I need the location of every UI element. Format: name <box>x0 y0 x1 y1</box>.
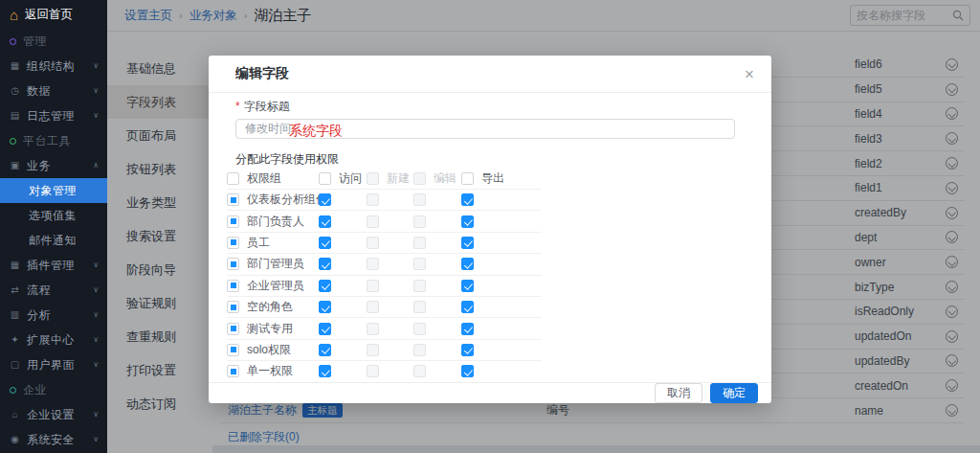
confirm-button[interactable]: 确定 <box>710 383 758 403</box>
permission-cell <box>413 237 461 249</box>
permission-checkbox[interactable] <box>367 323 379 335</box>
sidebar-item-extension-center[interactable]: 扩展中心 <box>0 328 107 352</box>
admin-icon <box>10 38 16 45</box>
permission-checkbox[interactable] <box>367 193 379 206</box>
column-checkbox[interactable] <box>227 172 239 185</box>
group-checkbox[interactable] <box>227 301 239 313</box>
sidebar-item-plugin-management[interactable]: 插件管理 <box>0 253 107 278</box>
permission-checkbox[interactable] <box>413 215 426 228</box>
permission-checkbox[interactable] <box>319 365 331 377</box>
permission-checkbox[interactable] <box>413 193 426 206</box>
chevron-down-icon <box>93 62 107 70</box>
system-security-icon <box>10 435 20 444</box>
column-checkbox[interactable] <box>367 172 379 185</box>
permission-checkbox[interactable] <box>413 323 426 335</box>
permission-cell <box>461 323 542 335</box>
permission-cell <box>367 237 413 249</box>
sidebar-item-log-management[interactable]: 日志管理 <box>0 103 107 128</box>
permission-checkbox[interactable] <box>319 258 331 270</box>
permission-checkbox[interactable] <box>319 344 331 356</box>
workflow-icon <box>10 285 20 295</box>
group-checkbox[interactable] <box>227 193 239 206</box>
permission-table: 权限组访问新建编辑导出 仪表板分析组件部门负责人员工部门管理员企业管理员空的角色… <box>227 169 542 383</box>
sidebar-item-label: 扩展中心 <box>27 332 75 349</box>
permission-cell <box>461 344 542 356</box>
sidebar-item-org-structure[interactable]: 组织结构 <box>0 54 107 79</box>
permission-checkbox[interactable] <box>461 193 474 206</box>
sidebar-item-label: 系统安全 <box>27 432 75 448</box>
chevron-up-icon <box>93 162 107 170</box>
permission-table-rows: 仪表板分析组件部门负责人员工部门管理员企业管理员空的角色测试专用solo权限单一… <box>227 190 542 383</box>
permission-group-name: solo权限 <box>247 342 291 358</box>
chevron-down-icon <box>93 336 107 344</box>
permission-checkbox[interactable] <box>367 280 379 292</box>
group-checkbox[interactable] <box>227 365 239 377</box>
permission-group-name: 企业管理员 <box>247 278 304 294</box>
sidebar-item-data[interactable]: 数据 <box>0 79 107 103</box>
permission-group-cell: 员工 <box>227 235 319 251</box>
permission-checkbox[interactable] <box>367 365 379 377</box>
close-icon[interactable] <box>745 66 754 82</box>
back-to-home[interactable]: ⌂ 返回首页 <box>0 0 107 29</box>
permission-checkbox[interactable] <box>461 237 474 249</box>
sidebar-item-enterprise-settings[interactable]: 企业设置 <box>0 402 107 427</box>
group-checkbox[interactable] <box>227 237 239 249</box>
permission-checkbox[interactable] <box>367 237 379 249</box>
sidebar-item-workflow[interactable]: 流程 <box>0 278 107 303</box>
permission-checkbox[interactable] <box>461 280 474 292</box>
permission-checkbox[interactable] <box>319 237 331 249</box>
sidebar-item-email-notify[interactable]: 邮件通知 <box>0 228 107 253</box>
permission-checkbox[interactable] <box>319 301 331 313</box>
permission-section-title: 分配此字段使用权限 <box>235 151 745 165</box>
group-checkbox[interactable] <box>227 323 239 335</box>
permission-checkbox[interactable] <box>413 344 426 356</box>
permission-checkbox[interactable] <box>413 258 426 270</box>
group-checkbox[interactable] <box>227 344 239 356</box>
permission-cell <box>461 193 542 206</box>
sidebar-item-label: 企业 <box>23 382 47 398</box>
permission-checkbox[interactable] <box>461 258 474 270</box>
permission-checkbox[interactable] <box>461 344 474 356</box>
group-checkbox[interactable] <box>227 215 239 228</box>
chevron-down-icon <box>93 261 107 269</box>
column-checkbox[interactable] <box>413 172 426 185</box>
permission-checkbox[interactable] <box>461 215 474 228</box>
group-checkbox[interactable] <box>227 280 239 292</box>
permission-checkbox[interactable] <box>367 258 379 270</box>
modal-footer: 取消 确定 <box>209 382 771 403</box>
permission-checkbox[interactable] <box>413 301 426 313</box>
permission-checkbox[interactable] <box>461 365 474 377</box>
permission-cell <box>319 365 367 377</box>
permission-checkbox[interactable] <box>367 301 379 313</box>
sidebar-item-analysis[interactable]: 分析 <box>0 303 107 328</box>
permission-row: solo权限 <box>227 340 542 361</box>
permission-cell <box>367 258 413 270</box>
sidebar-item-object-management[interactable]: 对象管理 <box>0 178 107 203</box>
cancel-button[interactable]: 取消 <box>655 383 702 403</box>
sidebar-item-enterprise[interactable]: 企业 <box>0 377 107 402</box>
permission-checkbox[interactable] <box>461 323 474 335</box>
sidebar-item-system-security[interactable]: 系统安全 <box>0 427 107 452</box>
column-checkbox[interactable] <box>461 172 474 185</box>
permission-checkbox[interactable] <box>413 237 426 249</box>
permission-checkbox[interactable] <box>461 301 474 313</box>
permission-checkbox[interactable] <box>319 323 331 335</box>
sidebar-item-label: 组织结构 <box>27 58 75 75</box>
sidebar-item-business[interactable]: 业务 <box>0 153 107 178</box>
permission-checkbox[interactable] <box>319 193 331 206</box>
column-label: 新建 <box>387 170 410 187</box>
permission-checkbox[interactable] <box>367 344 379 356</box>
permission-checkbox[interactable] <box>367 215 379 228</box>
sidebar-item-user-interface[interactable]: 用户界面 <box>0 352 107 377</box>
column-checkbox[interactable] <box>319 172 331 185</box>
sidebar-item-platform-tools[interactable]: 平台工具 <box>0 128 107 153</box>
permission-checkbox[interactable] <box>319 280 331 292</box>
permission-checkbox[interactable] <box>413 280 426 292</box>
sidebar-item-option-sets[interactable]: 选项值集 <box>0 203 107 228</box>
permission-cell <box>319 280 367 292</box>
sidebar-item-admin[interactable]: 管理 <box>0 29 107 54</box>
permission-column-导出: 导出 <box>461 170 542 187</box>
permission-checkbox[interactable] <box>319 215 331 228</box>
permission-checkbox[interactable] <box>413 365 426 377</box>
group-checkbox[interactable] <box>227 258 239 270</box>
